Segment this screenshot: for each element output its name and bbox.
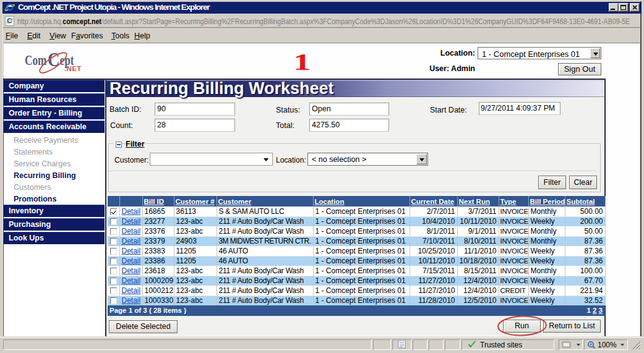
svg-text:Com: Com [25, 53, 47, 68]
svg-text:.NET: .NET [64, 65, 82, 72]
